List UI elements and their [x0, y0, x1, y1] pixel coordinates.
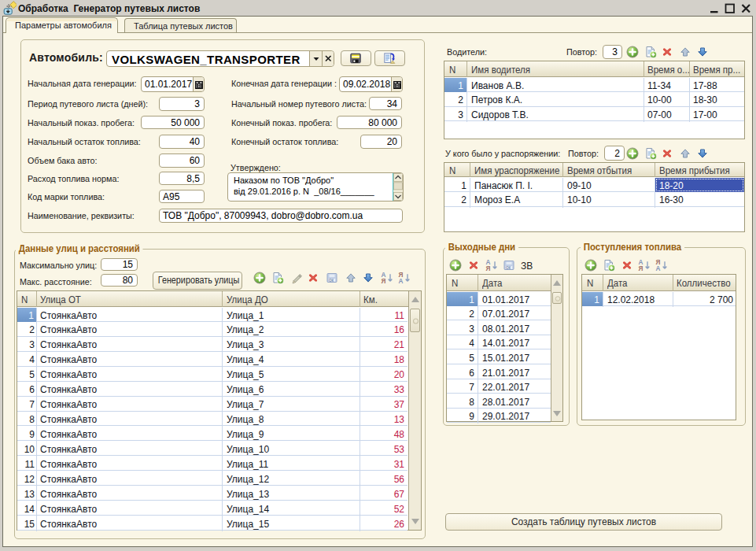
svg-text:ОК: ОК [506, 266, 511, 270]
svg-text:Я: Я [486, 265, 491, 272]
svg-text:А: А [656, 265, 661, 272]
svg-text:Я: Я [382, 278, 386, 284]
svg-text:А: А [399, 278, 404, 284]
svg-text:Я: Я [639, 265, 644, 272]
svg-text:ОК: ОК [329, 279, 334, 283]
